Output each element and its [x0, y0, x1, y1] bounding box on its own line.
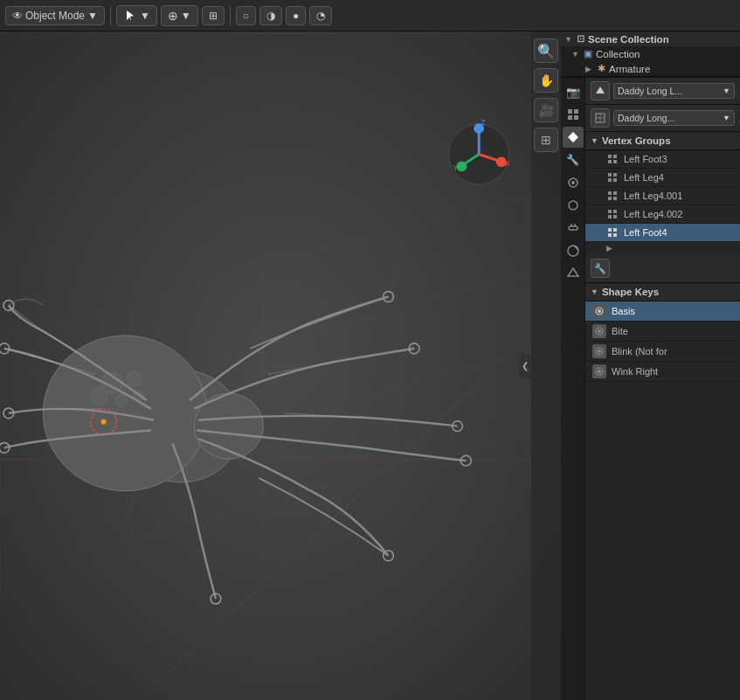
scene-props-icon: 📷 — [566, 86, 580, 99]
sphere-btn-2[interactable]: ◑ — [259, 6, 282, 25]
viewport-right-icons: 🔍 ✋ 🎥 ⊞ — [531, 31, 561, 700]
svg-rect-71 — [608, 210, 612, 213]
svg-rect-61 — [608, 160, 612, 163]
object-mode-btn[interactable]: 👁 Object Mode ▼ — [5, 6, 105, 25]
props-icon-object-data[interactable] — [563, 127, 584, 148]
vg-label-5: Left Foot4 — [624, 227, 667, 238]
shape-keys-header[interactable]: ▼ Shape Keys — [585, 283, 740, 301]
svg-point-82 — [598, 329, 601, 333]
object-header: Daddy Long L... ▼ — [585, 78, 740, 105]
pivot-btn[interactable]: ⊕ ▼ — [161, 5, 198, 26]
props-icon-modifier[interactable]: 🔧 — [563, 149, 584, 170]
svg-point-7 — [126, 371, 142, 386]
svg-point-8 — [114, 394, 127, 406]
collection-label: Collection — [596, 49, 640, 59]
zoom-icon-btn[interactable]: 🔍 — [534, 38, 558, 63]
props-icon-particles[interactable] — [563, 172, 584, 193]
viewport[interactable]: Z Y X 🔍 ✋ 🎥 ⊞ — [0, 31, 561, 700]
svg-rect-63 — [608, 173, 612, 177]
zoom-icon: 🔍 — [537, 43, 555, 59]
sk-bite-icon — [592, 324, 606, 338]
svg-line-22 — [9, 305, 44, 331]
svg-marker-55 — [596, 87, 605, 94]
mesh-selector-row: Daddy Long... ▼ — [585, 105, 740, 132]
svg-rect-62 — [613, 160, 617, 163]
svg-line-24 — [43, 331, 86, 357]
vg-left-leg4-001[interactable]: Left Leg4.001 — [585, 187, 740, 205]
props-icon-material[interactable] — [563, 240, 584, 261]
object-type-icon-btn[interactable] — [591, 81, 610, 100]
sphere-btn-3[interactable]: ● — [286, 6, 306, 25]
physics-icon — [567, 199, 579, 211]
properties-section: 📷 🔧 — [561, 78, 740, 700]
camera-icon-btn[interactable]: 🎥 — [534, 98, 558, 122]
solid-icon: ◑ — [266, 10, 275, 22]
spider-model: Z Y X — [0, 31, 561, 700]
mesh-dropdown[interactable]: Daddy Long... ▼ — [613, 110, 735, 126]
vg-left-foot3[interactable]: Left Foot3 — [585, 150, 740, 169]
props-icon-render[interactable] — [563, 104, 584, 125]
svg-text:X: X — [505, 159, 510, 168]
props-icon-shape[interactable] — [563, 263, 584, 284]
armature-icon: ✱ — [598, 63, 605, 74]
svg-point-49 — [569, 201, 577, 210]
grid-icon: ⊞ — [541, 133, 551, 147]
mesh-icon — [567, 131, 579, 143]
vg-left-foot4[interactable]: Left Foot4 — [585, 224, 740, 242]
modifier-row: 🔧 — [585, 254, 740, 283]
svg-text:Y: Y — [453, 163, 459, 172]
wrench-icon-btn[interactable]: 🔧 — [591, 259, 610, 278]
vertex-groups-header[interactable]: ▼ Vertex Groups — [585, 132, 740, 150]
svg-rect-69 — [608, 197, 612, 200]
props-icon-constraint[interactable] — [563, 218, 584, 239]
mesh-type-btn[interactable] — [591, 108, 610, 128]
cursor-btn[interactable]: ▼ — [116, 5, 157, 26]
object-mode-label: Object Mode — [25, 10, 85, 22]
svg-rect-59 — [608, 155, 612, 158]
vg-left-leg4-002[interactable]: Left Leg4.002 — [585, 205, 740, 224]
modifier-icon: 🔧 — [566, 154, 579, 166]
outliner-collection[interactable]: ▼ ▣ Collection — [561, 46, 740, 61]
svg-rect-75 — [608, 228, 612, 232]
pan-icon-btn[interactable]: ✋ — [534, 68, 558, 93]
sk-basis-label: Basis — [612, 306, 635, 316]
sk-wink-right[interactable]: Wink Right — [585, 362, 740, 382]
sk-blink-label: Blink (Not for — [612, 346, 667, 357]
panel-collapse-btn[interactable]: ❮ — [519, 354, 531, 378]
armature-label: Armature — [609, 64, 650, 74]
svg-point-86 — [598, 370, 601, 373]
sphere-btn-4[interactable]: ◔ — [309, 6, 332, 25]
vg-expand-triangle[interactable]: ▶ — [606, 244, 612, 253]
vg-icon-1 — [606, 153, 619, 165]
separator-2 — [230, 6, 231, 25]
collection-icon: ▣ — [584, 48, 592, 59]
vertex-groups-triangle: ▼ — [591, 136, 598, 145]
grid-icon-btn[interactable]: ⊞ — [534, 128, 558, 152]
cursor-dropdown: ▼ — [140, 10, 150, 22]
sk-bite[interactable]: Bite — [585, 322, 740, 342]
outliner-armature[interactable]: ▶ ✱ Armature — [561, 61, 740, 76]
svg-line-28 — [267, 362, 336, 375]
svg-rect-77 — [608, 233, 612, 237]
sphere-btn-1[interactable]: ○ — [236, 6, 256, 25]
top-toolbar: 👁 Object Mode ▼ ▼ ⊕ ▼ ⊞ ○ ◑ ● ◔ — [0, 0, 740, 31]
sk-wink-label: Wink Right — [612, 366, 658, 377]
camera-icon: 🎥 — [539, 103, 554, 117]
props-icon-scene[interactable]: 📷 — [563, 81, 584, 102]
sk-bite-label: Bite — [612, 326, 628, 336]
dropdown-icon: ▼ — [723, 87, 730, 95]
snap-icon: ⊞ — [209, 10, 218, 22]
snap-btn[interactable]: ⊞ — [202, 6, 225, 25]
svg-rect-70 — [613, 197, 617, 200]
svg-rect-68 — [613, 191, 617, 195]
vg-left-leg4[interactable]: Left Leg4 — [585, 169, 740, 187]
pan-icon: ✋ — [539, 73, 554, 87]
props-icon-physics[interactable] — [563, 195, 584, 216]
vg-expand-row: ▶ — [585, 242, 740, 254]
sk-basis[interactable]: Basis — [585, 301, 740, 322]
sk-wink-icon — [592, 364, 606, 378]
object-mode-dropdown[interactable]: Daddy Long L... ▼ — [613, 83, 735, 99]
outliner-scene-collection[interactable]: ▼ ⊡ Scene Collection — [561, 31, 740, 46]
shape-keys-icon — [567, 267, 579, 280]
sk-blink[interactable]: Blink (Not for — [585, 342, 740, 362]
